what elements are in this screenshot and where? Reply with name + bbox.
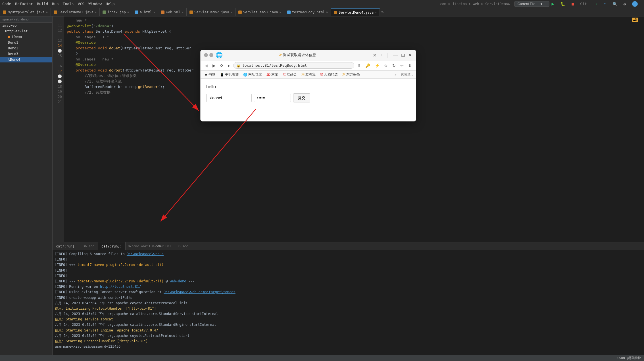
key-icon[interactable]: 🔑 [364,63,372,68]
minimize-window-btn[interactable]: — [393,52,398,58]
tab-index-jsp[interactable]: index.jsp ✕ [100,8,132,16]
password-input[interactable] [254,94,291,102]
line-num: 20 [53,94,62,99]
back-button[interactable]: ◀ [203,63,209,68]
undo-btn[interactable]: ↩ [399,63,405,68]
bookmark-tmall[interactable]: 猫 天猫精选 [319,72,339,77]
sidebar-item-tdemo[interactable]: tDemo [0,34,52,40]
menu-item-code[interactable]: Code [2,2,11,6]
bookmarks-more-icon[interactable]: » [395,73,397,77]
bookmark-nav[interactable]: 🌐 网址导航 [242,72,263,77]
restore-window-btn[interactable]: ⊡ [401,52,405,58]
tab-close-icon[interactable]: ✕ [46,11,48,14]
username-input[interactable] [206,94,252,102]
bookmark-star[interactable]: ★ 书签 [203,72,216,77]
tab-label: testReqBody.html [292,10,325,14]
localhost-link[interactable]: http://localhost:81/ [100,285,141,289]
refresh2-btn[interactable]: ↻ [391,63,397,68]
xml-file-icon [161,11,164,14]
tab-label: ServletDemo3.java [243,10,278,14]
tab-servletdemo4[interactable]: ServletDemo4.java ✕ [331,8,380,16]
timing-label: 36 sec [83,244,94,248]
menu-item-refactor[interactable]: Refactor [15,2,33,6]
tab-close-icon[interactable]: ✕ [280,11,281,14]
sidebar-item-label: tDemo [12,35,22,39]
tab-close-icon[interactable]: ✕ [375,11,377,14]
log-link[interactable]: D:\workspace\web-d [127,252,164,256]
bookmark-vip[interactable]: 唯 唯品会 [282,72,298,77]
search-icon[interactable]: 🔍 [612,2,617,6]
log-link[interactable]: web-demo [170,279,186,283]
debug-icon[interactable]: 🐛 [560,2,565,6]
bookmark-label: 京东 [271,72,278,77]
warning-area: ▲3 [632,18,638,22]
console-output[interactable]: [INFO] Compiling 6 source files to D:\wo… [53,250,644,361]
tab-close-icon[interactable]: ✕ [182,11,184,14]
run-icon[interactable]: ▶ [552,1,555,7]
bookmark-taobao[interactable]: 淘 爱淘宝 [300,72,317,77]
sidebar-item-demo1[interactable]: Demo1 [0,40,52,45]
tab-a-html[interactable]: a.html ✕ [132,8,158,16]
current-file-button[interactable]: Current File ▾ [514,1,549,7]
submit-button[interactable]: 提交 [293,93,310,102]
download-btn[interactable]: ⬇ [407,63,413,68]
browser-minimize-btn[interactable] [204,53,208,57]
menu-item-tools[interactable]: Tools [63,2,74,6]
flash-btn[interactable]: ⚡ [373,63,381,68]
more-nav-icon[interactable]: ▸ [227,63,232,68]
line-num [53,18,62,23]
share-btn[interactable]: ⇧ [356,63,362,68]
menu-item-help[interactable]: Help [106,2,114,6]
log-line: username=xiaohei&password=123456 [55,344,642,349]
tab-close-icon[interactable]: ✕ [153,11,155,14]
tab-close-icon[interactable]: ✕ [95,11,97,14]
star-bookmark-btn[interactable]: ☆ [383,63,389,68]
console-tab-1[interactable]: cat7:run] 36 sec [53,242,98,250]
address-bar[interactable]: 🔒 localhost:81/testReqBody.html [233,62,354,69]
tab-close-icon[interactable]: ✕ [326,11,328,14]
sidebar-item-httpservlet[interactable]: HttpServlet [0,28,52,34]
tab-servletdemo1[interactable]: ServletDemo1.java ✕ [51,8,100,16]
tab-label: ServletDemo1.java [59,10,93,14]
sidebar-item-demo4[interactable]: tDemo4 [0,57,52,62]
console-tab-2[interactable]: cat7:run]: [98,242,126,250]
tomcat-path-link[interactable]: D:\workspace\web-demo\target\tomcat [164,290,235,294]
bookmark-jd[interactable]: JD 京东 [265,72,279,77]
new-tab-btn[interactable]: + [379,52,383,58]
sidebar-item-label: Demo3 [8,52,18,56]
reader-mode-label[interactable]: 阅读清... [401,72,413,77]
sidebar-item-demo2[interactable]: Demo2 [0,45,52,51]
menu-item-run[interactable]: Run [52,2,59,6]
browser-maximize-btn[interactable] [209,53,213,57]
log-line: [INFO] Compiling 6 source files to D:\wo… [55,251,642,257]
menu-item-vcs[interactable]: VCS [78,2,84,6]
sidebar-item-ima-web[interactable]: ima.web [0,23,52,28]
close-window-btn[interactable]: ✕ [408,52,412,58]
line-num: 19 [53,89,62,94]
bookmark-mobile[interactable]: 📱 手机书签 [219,72,240,77]
globe-icon: 🌐 [243,73,247,77]
console-tab-label: cat7:run] [56,244,74,248]
bookmark-label: 唯品会 [287,72,297,77]
menu-item-window[interactable]: Window [88,2,102,6]
tab-servletdemo3[interactable]: ServletDemo3.java ✕ [235,8,284,16]
refresh-button[interactable]: ⟳ [219,63,225,68]
stop-icon[interactable]: ■ [572,2,574,6]
forward-button[interactable]: ▶ [211,63,217,68]
tab-servletdemo2[interactable]: ServletDemo2.java ✕ [187,8,235,16]
tab-close-icon[interactable]: ✕ [127,11,129,14]
tab-web-xml[interactable]: web.xml ✕ [158,8,187,16]
menu-item-build[interactable]: Build [37,2,48,6]
bookmark-label: 天猫精选 [324,72,338,77]
log-line: [INFO] [55,268,642,273]
tab-myhttpservlet[interactable]: MyHttpServlet.java ✕ [0,8,51,16]
tab-close-icon[interactable]: ✕ [231,11,232,14]
tab-overflow-icon[interactable]: » [381,9,384,15]
sidebar-item-demo3[interactable]: Demo3 [0,51,52,57]
settings-icon[interactable]: ⚙ [624,2,626,6]
tab-label: MyHttpServlet.java [8,10,45,14]
browser-close-btn[interactable]: ✕ [372,52,377,58]
hello-text: hello [206,84,410,89]
tab-testreqbody[interactable]: testReqBody.html ✕ [284,8,331,16]
bookmark-dftt[interactable]: 东 东方头条 [341,72,361,77]
